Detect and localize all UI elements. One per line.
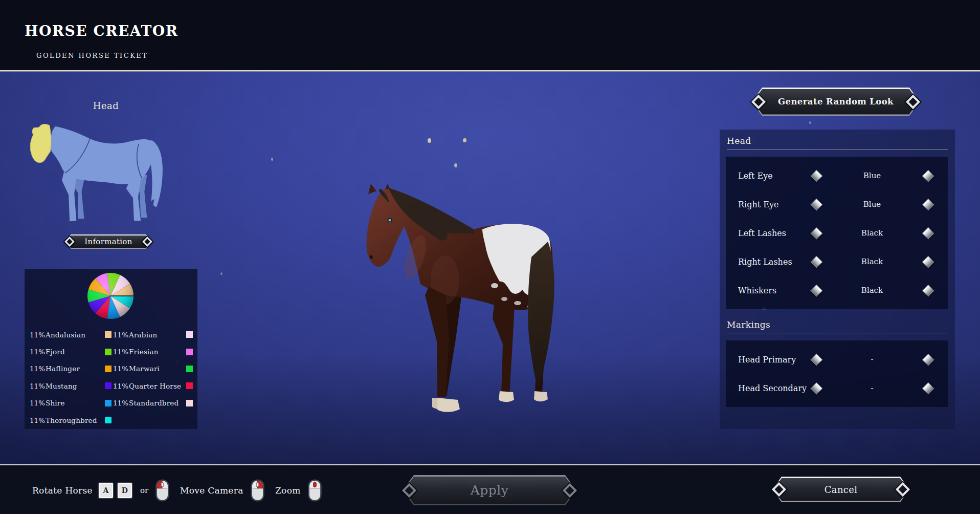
legend-breed-name: Quarter Horse	[129, 382, 186, 390]
diamond-arrow-right-icon	[922, 382, 934, 394]
decrement-whiskers-button[interactable]	[809, 283, 824, 298]
decrement-head-secondary-button[interactable]	[809, 380, 824, 396]
option-value: Black	[824, 257, 920, 266]
option-label: Right Lashes	[738, 257, 809, 267]
generate-button-label: Generate Random Look	[753, 89, 919, 115]
legend-item-haflinger: 11%Haflinger	[30, 360, 112, 377]
diagram-front-near-leg[interactable]	[62, 172, 76, 221]
diamond-arrow-left-icon	[810, 382, 822, 394]
legend-color-swatch	[105, 349, 112, 355]
increment-right-lashes-button[interactable]	[920, 254, 936, 269]
legend-item-friesian: 11%Friesian	[113, 343, 193, 360]
legend-percent: 11%	[30, 416, 46, 424]
section-options-group: Left EyeBlueRight EyeBlueLeft LashesBlac…	[726, 157, 948, 309]
legend-color-swatch	[186, 366, 193, 372]
option-label: Left Eye	[738, 171, 809, 181]
horse-marking-speckle	[491, 283, 498, 288]
sparkle-particle	[463, 138, 466, 142]
diagram-head-selected[interactable]	[30, 124, 51, 162]
breed-pie-chart	[86, 272, 135, 320]
option-row-left-lashes: Left LashesBlack	[726, 219, 948, 247]
increment-left-eye-button[interactable]	[920, 168, 936, 183]
horse-part-selector-diagram[interactable]	[29, 123, 170, 226]
decrement-right-eye-button[interactable]	[809, 197, 824, 212]
increment-whiskers-button[interactable]	[920, 283, 936, 298]
decrement-right-lashes-button[interactable]	[809, 254, 824, 269]
horse-3d-preview[interactable]	[366, 180, 558, 413]
option-label: Head Secondary	[738, 383, 809, 393]
option-label: Whiskers	[738, 286, 809, 295]
information-button-label: Information	[65, 235, 151, 248]
diagram-hind-near-leg[interactable]	[126, 180, 141, 221]
option-value: -	[824, 355, 920, 364]
option-label: Right Eye	[738, 200, 809, 209]
decrement-left-eye-button[interactable]	[809, 168, 824, 183]
increment-head-primary-button[interactable]	[920, 352, 936, 367]
main-viewport: Head Information	[0, 72, 980, 464]
section-title-head: Head	[727, 136, 948, 146]
legend-color-swatch	[105, 366, 112, 372]
option-row-left-eye: Left EyeBlue	[726, 161, 948, 190]
legend-color-swatch	[186, 382, 193, 389]
cancel-button-label: Cancel	[774, 478, 908, 501]
footer-bar: Rotate Horse A D or Move Camera	[0, 465, 980, 514]
legend-breed-name: Standardbred	[129, 399, 186, 407]
increment-left-lashes-button[interactable]	[920, 225, 936, 241]
legend-item-marwari: 11%Marwari	[113, 360, 193, 377]
legend-color-swatch	[105, 417, 112, 423]
legend-item-arabian: 11%Arabian	[113, 326, 193, 343]
cancel-button[interactable]: Cancel	[772, 477, 909, 502]
diamond-arrow-left-icon	[810, 227, 822, 239]
generate-random-look-button[interactable]: Generate Random Look	[752, 88, 920, 116]
section-options-group: Head Primary-Head Secondary-	[726, 340, 948, 407]
legend-breed-name: Fjord	[46, 348, 105, 356]
legend-item-quarter-horse: 11%Quarter Horse	[113, 377, 193, 394]
option-label: Head Primary	[738, 355, 809, 365]
horse-left-ear	[368, 184, 376, 194]
diamond-arrow-left-icon	[810, 353, 822, 366]
apply-button[interactable]: Apply	[403, 475, 576, 505]
information-button[interactable]: Information	[64, 234, 152, 249]
legend-percent: 11%	[30, 399, 46, 407]
rotate-horse-label: Rotate Horse	[32, 485, 93, 496]
option-value: -	[824, 383, 920, 393]
page-subtitle: GOLDEN HORSE TICKET	[36, 52, 148, 59]
increment-head-secondary-button[interactable]	[920, 380, 936, 396]
legend-breed-name: Shire	[46, 399, 105, 407]
mouse-scroll-wheel-icon	[308, 479, 322, 502]
diamond-arrow-right-icon	[922, 169, 934, 182]
increment-right-eye-button[interactable]	[920, 197, 936, 212]
page-title: HORSE CREATOR	[25, 23, 179, 39]
legend-item-fjord: 11%Fjord	[30, 343, 112, 360]
diamond-arrow-left-icon	[810, 284, 822, 296]
mouse-right-click-icon	[251, 479, 264, 502]
legend-percent: 11%	[30, 365, 46, 373]
sparkle-particle	[220, 272, 222, 275]
option-row-head-secondary: Head Secondary-	[726, 374, 948, 402]
legend-percent: 11%	[30, 331, 46, 339]
sparkle-particle	[809, 121, 811, 124]
diamond-arrow-left-icon	[810, 255, 822, 268]
diamond-arrow-left-icon	[810, 169, 822, 182]
or-label: or	[140, 486, 148, 495]
legend-breed-name: Friesian	[129, 348, 186, 356]
legend-percent: 11%	[113, 348, 129, 356]
decrement-left-lashes-button[interactable]	[809, 225, 824, 241]
diamond-arrow-right-icon	[922, 198, 934, 210]
option-value: Black	[824, 286, 920, 295]
sparkle-particle	[271, 158, 273, 161]
zoom-control-hint: Zoom	[275, 479, 322, 502]
key-a-icon: A	[99, 483, 113, 498]
apply-button-label: Apply	[404, 477, 575, 504]
option-value: Blue	[824, 171, 920, 180]
decrement-head-primary-button[interactable]	[809, 352, 824, 367]
breed-legend-column-1: 11%Andalusian11%Fjord11%Haflinger11%Must…	[30, 326, 112, 429]
legend-percent: 11%	[113, 382, 129, 390]
legend-color-swatch	[105, 331, 112, 338]
mouse-left-click-icon	[155, 479, 169, 502]
horse-creator-screen: HORSE CREATOR GOLDEN HORSE TICKET Head	[0, 0, 980, 514]
horse-front-near-leg	[425, 287, 449, 397]
legend-breed-name: Marwari	[129, 365, 186, 373]
diamond-arrow-right-icon	[922, 284, 934, 296]
legend-item-standardbred: 11%Standardbred	[113, 395, 193, 412]
